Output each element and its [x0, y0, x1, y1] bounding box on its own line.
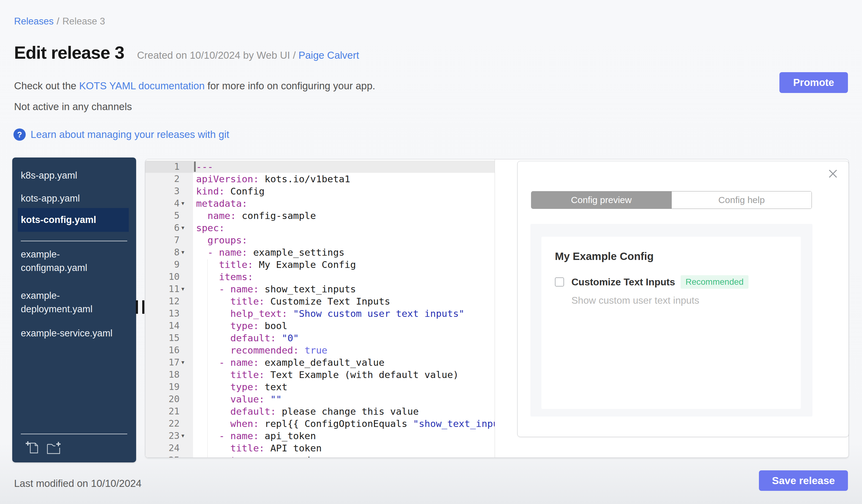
sidebar-item-kots-app[interactable]: kots-app.yaml: [21, 192, 116, 205]
code-line-5[interactable]: 5 name: config-sample: [145, 210, 495, 222]
fold-arrow-icon[interactable]: ▾: [180, 430, 193, 442]
line-gutter[interactable]: 10: [145, 271, 193, 283]
code-text: type: bool: [193, 320, 495, 332]
sidebar-item-example-deployment[interactable]: example-deployment.yaml: [21, 289, 116, 316]
code-line-9[interactable]: 9 title: My Example Config: [145, 258, 495, 271]
line-gutter[interactable]: 9: [145, 258, 193, 271]
code-line-1[interactable]: 1---: [145, 161, 495, 173]
sidebar-resize-handle[interactable]: [136, 300, 144, 314]
fold-arrow-icon[interactable]: ▾: [180, 246, 193, 258]
line-number: 11: [145, 283, 180, 295]
git-releases-link[interactable]: Learn about managing your releases with …: [30, 129, 229, 141]
question-mark-icon[interactable]: ?: [13, 129, 26, 141]
close-icon[interactable]: [827, 168, 839, 180]
code-line-13[interactable]: 13 help_text: "Show custom user text inp…: [145, 307, 495, 320]
code-line-7[interactable]: 7 groups:: [145, 234, 495, 246]
line-gutter[interactable]: 4▾: [145, 197, 193, 210]
fold-spacer: [180, 393, 193, 405]
kots-yaml-doc-link[interactable]: KOTS YAML documentation: [79, 80, 205, 91]
breadcrumb-releases-link[interactable]: Releases: [14, 16, 53, 27]
fold-arrow-icon[interactable]: ▾: [180, 356, 193, 369]
promote-button[interactable]: Promote: [780, 72, 848, 93]
code-text: type: password: [193, 454, 495, 457]
code-line-10[interactable]: 10 items:: [145, 271, 495, 283]
code-text: metadata:: [193, 197, 495, 210]
fold-arrow-icon[interactable]: ▾: [180, 222, 193, 234]
save-release-button[interactable]: Save release: [759, 470, 848, 491]
code-line-4[interactable]: 4▾metadata:: [145, 197, 495, 210]
line-number: 18: [145, 369, 180, 381]
line-gutter[interactable]: 7: [145, 234, 193, 246]
code-text: value: "": [193, 393, 495, 405]
line-number: 5: [145, 210, 180, 222]
tab-config-preview[interactable]: Config preview: [531, 191, 671, 209]
line-gutter[interactable]: 23▾: [145, 430, 193, 442]
line-gutter[interactable]: 8▾: [145, 246, 193, 258]
add-file-icon[interactable]: [25, 440, 40, 456]
code-line-19[interactable]: 19 type: text: [145, 381, 495, 393]
line-gutter[interactable]: 2: [145, 173, 193, 185]
fold-arrow-icon[interactable]: ▾: [180, 197, 193, 210]
code-line-22[interactable]: 22 when: repl{{ ConfigOptionEquals "show…: [145, 417, 495, 430]
sidebar-item-kots-config-selected[interactable]: kots-config.yaml: [18, 208, 129, 232]
line-number: 14: [145, 320, 180, 332]
code-line-6[interactable]: 6▾spec:: [145, 222, 495, 234]
line-gutter[interactable]: 15: [145, 332, 193, 344]
line-gutter[interactable]: 12: [145, 295, 193, 307]
line-gutter[interactable]: 3: [145, 185, 193, 197]
line-number: 13: [145, 307, 180, 320]
line-gutter[interactable]: 24: [145, 442, 193, 454]
line-gutter[interactable]: 17▾: [145, 356, 193, 369]
code-line-25[interactable]: 25 type: password: [145, 454, 495, 457]
fold-spacer: [180, 161, 193, 173]
code-line-18[interactable]: 18 title: Text Example (with default val…: [145, 369, 495, 381]
code-text: ---: [193, 161, 495, 173]
doc-line: Check out the KOTS YAML documentation fo…: [14, 80, 375, 92]
sidebar-item-example-service[interactable]: example-service.yaml: [21, 327, 116, 340]
fold-spacer: [180, 405, 193, 417]
created-author-link[interactable]: Paige Calvert: [299, 50, 359, 61]
sidebar-item-k8s-app[interactable]: k8s-app.yaml: [21, 169, 116, 182]
code-line-11[interactable]: 11▾ - name: show_text_inputs: [145, 283, 495, 295]
code-line-16[interactable]: 16 recommended: true: [145, 344, 495, 356]
fold-spacer: [180, 381, 193, 393]
code-line-14[interactable]: 14 type: bool: [145, 320, 495, 332]
code-line-3[interactable]: 3kind: Config: [145, 185, 495, 197]
line-gutter[interactable]: 19: [145, 381, 193, 393]
line-number: 25: [145, 454, 180, 457]
line-gutter[interactable]: 14: [145, 320, 193, 332]
created-prefix: Created on 10/10/2024 by Web UI /: [137, 50, 296, 61]
code-line-21[interactable]: 21 default: please change this value: [145, 405, 495, 417]
sidebar-item-example-configmap[interactable]: example-configmap.yaml: [21, 248, 116, 275]
fold-arrow-icon[interactable]: ▾: [180, 283, 193, 295]
code-line-8[interactable]: 8▾ - name: example_settings: [145, 246, 495, 258]
tab-config-help[interactable]: Config help: [671, 191, 812, 209]
line-gutter[interactable]: 5: [145, 210, 193, 222]
code-line-15[interactable]: 15 default: "0": [145, 332, 495, 344]
line-gutter[interactable]: 18: [145, 369, 193, 381]
line-gutter[interactable]: 21: [145, 405, 193, 417]
line-gutter[interactable]: 13: [145, 307, 193, 320]
code-line-2[interactable]: 2apiVersion: kots.io/v1beta1: [145, 173, 495, 185]
customize-text-inputs-checkbox[interactable]: [555, 277, 564, 287]
line-gutter[interactable]: 16: [145, 344, 193, 356]
recommended-badge: Recommended: [681, 275, 748, 289]
code-line-23[interactable]: 23▾ - name: api_token: [145, 430, 495, 442]
yaml-code-editor[interactable]: 1---2apiVersion: kots.io/v1beta13kind: C…: [145, 159, 495, 457]
code-line-12[interactable]: 12 title: Customize Text Inputs: [145, 295, 495, 307]
last-modified-text: Last modified on 10/10/2024: [14, 478, 141, 489]
line-number: 7: [145, 234, 180, 246]
line-gutter[interactable]: 1: [145, 161, 193, 173]
code-line-24[interactable]: 24 title: API token: [145, 442, 495, 454]
line-gutter[interactable]: 25: [145, 454, 193, 457]
code-line-17[interactable]: 17▾ - name: example_default_value: [145, 356, 495, 369]
line-gutter[interactable]: 20: [145, 393, 193, 405]
line-gutter[interactable]: 22: [145, 417, 193, 430]
add-folder-icon[interactable]: [46, 440, 61, 456]
line-number: 19: [145, 381, 180, 393]
line-number: 15: [145, 332, 180, 344]
code-line-20[interactable]: 20 value: "": [145, 393, 495, 405]
line-gutter[interactable]: 6▾: [145, 222, 193, 234]
fold-spacer: [180, 417, 193, 430]
line-gutter[interactable]: 11▾: [145, 283, 193, 295]
